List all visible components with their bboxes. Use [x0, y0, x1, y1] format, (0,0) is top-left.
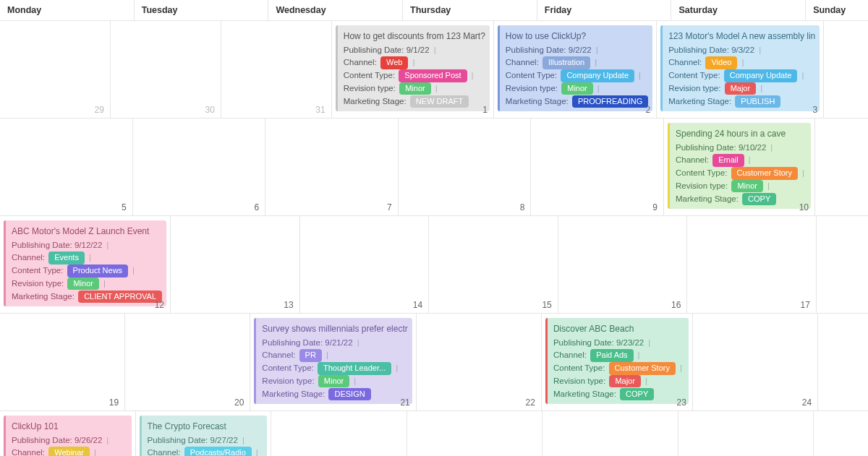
event-card[interactable]: Survey shows millennials prefer electr P…: [254, 318, 412, 404]
tag-stage[interactable]: COPY: [620, 388, 654, 400]
day-cell[interactable]: 15: [429, 216, 558, 313]
tag-channel[interactable]: Webinar: [48, 447, 90, 456]
day-cell[interactable]: 13: [171, 216, 300, 313]
day-cell[interactable]: 30: [111, 21, 221, 118]
tag-rev[interactable]: Minor: [561, 82, 593, 95]
day-cell[interactable]: [824, 21, 868, 118]
tag-channel[interactable]: Web: [380, 56, 408, 69]
tag-channel[interactable]: PR: [299, 349, 322, 361]
day-number: 13: [284, 300, 293, 310]
tag-ctype[interactable]: Product News: [67, 264, 128, 277]
day-cell[interactable]: [818, 314, 868, 410]
day-number: 31: [315, 105, 325, 115]
day-cell[interactable]: 9: [531, 119, 664, 215]
pub-date: 9/27/22: [210, 436, 238, 444]
tag-stage[interactable]: CLIENT APPROVAL: [78, 291, 162, 303]
day-cell[interactable]: 5: [0, 119, 133, 215]
day-cell[interactable]: [814, 411, 868, 456]
tag-channel[interactable]: Events: [48, 251, 85, 264]
day-cell[interactable]: How to use ClickUp? Publishing Date: 9/2…: [494, 21, 657, 118]
day-cell[interactable]: 20: [125, 314, 250, 410]
day-cell[interactable]: Survey shows millennials prefer electr P…: [250, 314, 416, 410]
tag-stage[interactable]: PUBLISH: [735, 95, 780, 108]
day-number: 9: [652, 202, 658, 212]
day-cell[interactable]: [817, 216, 868, 313]
tag-rev[interactable]: Minor: [318, 375, 350, 387]
day-number: 15: [542, 300, 551, 310]
tag-stage[interactable]: COPY: [742, 193, 776, 205]
day-number: 12: [155, 300, 164, 310]
day-number: 19: [109, 397, 119, 408]
day-cell[interactable]: 8: [399, 119, 532, 215]
tag-stage[interactable]: NEW DRAFT: [410, 95, 469, 108]
day-cell[interactable]: Discover ABC Beach Publishing Date: 9/23…: [542, 314, 693, 410]
tag-rev[interactable]: Minor: [731, 180, 763, 192]
day-cell[interactable]: [678, 411, 814, 456]
event-card[interactable]: How to get discounts from 123 Mart? Publ…: [336, 25, 490, 111]
field-label-rev: Revision type:: [262, 377, 314, 385]
field-label-pub: Publishing Date:: [12, 436, 72, 444]
event-card[interactable]: ABC Motor's Model Z Launch Event Publish…: [4, 220, 166, 306]
pub-date: 9/12/22: [75, 241, 102, 249]
field-label-rev: Revision type:: [553, 377, 605, 385]
tag-ctype[interactable]: Customer Story: [731, 167, 798, 179]
day-cell[interactable]: 6: [133, 119, 266, 215]
day-number: 14: [413, 300, 422, 310]
day-cell[interactable]: ClickUp 101 Publishing Date: 9/26/22| Ch…: [0, 411, 136, 456]
day-cell[interactable]: 123 Motor's Model A new assembly lin Pub…: [657, 21, 824, 118]
event-card[interactable]: 123 Motor's Model A new assembly lin Pub…: [660, 25, 820, 111]
field-label-rev: Revision type:: [344, 84, 396, 93]
field-label-rev: Revision type:: [668, 84, 720, 93]
tag-rev[interactable]: Minor: [399, 82, 431, 95]
day-number: 24: [802, 397, 812, 408]
event-card[interactable]: ClickUp 101 Publishing Date: 9/26/22| Ch…: [4, 416, 132, 456]
tag-channel[interactable]: Illustration: [542, 56, 590, 69]
day-cell[interactable]: 16: [558, 216, 688, 313]
day-cell[interactable]: [407, 411, 543, 456]
day-cell[interactable]: Spending 24 hours in a cave Publishing D…: [664, 119, 815, 215]
day-cell[interactable]: 19: [0, 314, 125, 410]
day-cell[interactable]: How to get discounts from 123 Mart? Publ…: [332, 21, 494, 118]
week-row: 5 6 7 8 9 Spending 24 hours in a cave Pu…: [0, 119, 868, 216]
pub-date: 9/2/22: [569, 46, 592, 54]
day-cell[interactable]: The Crypto Forecast Publishing Date: 9/2…: [136, 411, 272, 456]
tag-ctype[interactable]: Company Update: [561, 69, 634, 82]
pub-date: 9/3/22: [731, 46, 754, 54]
tag-channel[interactable]: Podcasts/Radio: [184, 447, 252, 456]
tag-ctype[interactable]: Sponsored Post: [399, 69, 467, 82]
day-cell[interactable]: [815, 119, 868, 215]
tag-rev[interactable]: Major: [609, 375, 641, 387]
day-cell[interactable]: 24: [693, 314, 818, 410]
day-number: 6: [255, 202, 260, 212]
event-card[interactable]: Spending 24 hours in a cave Publishing D…: [668, 123, 811, 209]
field-label-stage: Marketing Stage:: [668, 97, 731, 106]
tag-ctype[interactable]: Company Update: [724, 69, 798, 82]
day-cell[interactable]: 31: [221, 21, 332, 118]
event-title: How to use ClickUp?: [506, 30, 648, 43]
day-cell[interactable]: 14: [300, 216, 430, 313]
tag-channel[interactable]: Video: [705, 56, 737, 69]
tag-ctype[interactable]: Thought Leader...: [318, 362, 391, 374]
event-card[interactable]: How to use ClickUp? Publishing Date: 9/2…: [498, 25, 652, 111]
day-cell[interactable]: ABC Motor's Model Z Launch Event Publish…: [0, 216, 171, 313]
tag-channel[interactable]: Paid Ads: [590, 349, 633, 361]
day-cell[interactable]: 7: [265, 119, 399, 215]
day-cell[interactable]: 29: [0, 21, 111, 118]
tag-ctype[interactable]: Customer Story: [609, 362, 676, 374]
day-cell[interactable]: 17: [687, 216, 817, 313]
calendar-grid: 29 30 31 How to get discounts from 123 M…: [0, 21, 868, 456]
event-card[interactable]: The Crypto Forecast Publishing Date: 9/2…: [140, 416, 268, 456]
pub-date: 9/1/22: [407, 46, 430, 54]
tag-stage[interactable]: DESIGN: [328, 388, 370, 400]
day-cell[interactable]: [542, 411, 678, 456]
field-label-stage: Marketing Stage:: [344, 97, 407, 106]
event-card[interactable]: Discover ABC Beach Publishing Date: 9/23…: [545, 318, 689, 404]
day-cell[interactable]: 22: [417, 314, 542, 410]
field-label-ctype: Content Type:: [553, 363, 605, 372]
tag-rev[interactable]: Major: [725, 82, 757, 95]
field-label-ctype: Content Type:: [506, 71, 557, 79]
tag-channel[interactable]: Email: [712, 154, 744, 166]
tag-rev[interactable]: Minor: [67, 278, 99, 290]
day-cell[interactable]: [271, 411, 407, 456]
tag-stage[interactable]: PROOFREADING: [572, 95, 648, 108]
